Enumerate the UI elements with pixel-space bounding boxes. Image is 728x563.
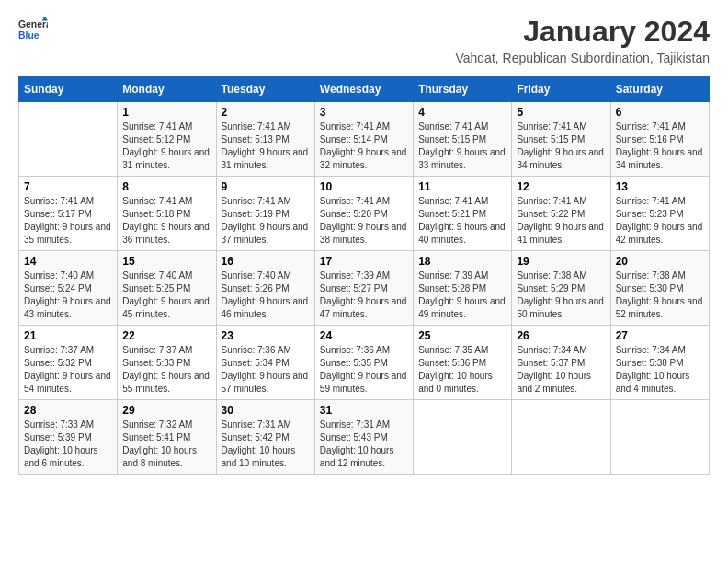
day-info: Sunrise: 7:41 AMSunset: 5:16 PMDaylight:… bbox=[616, 121, 704, 172]
month-title: January 2024 bbox=[455, 15, 710, 49]
col-sunday: Sunday bbox=[19, 77, 118, 102]
day-number: 9 bbox=[222, 180, 310, 193]
day-number: 14 bbox=[24, 255, 112, 268]
day-info: Sunrise: 7:31 AMSunset: 5:43 PMDaylight:… bbox=[320, 419, 408, 470]
day-number: 3 bbox=[320, 106, 408, 119]
calendar-cell: 29Sunrise: 7:32 AMSunset: 5:41 PMDayligh… bbox=[118, 400, 216, 475]
calendar-cell: 27Sunrise: 7:34 AMSunset: 5:38 PMDayligh… bbox=[610, 326, 709, 400]
calendar-cell: 11Sunrise: 7:41 AMSunset: 5:21 PMDayligh… bbox=[414, 177, 512, 251]
calendar-cell bbox=[610, 400, 709, 475]
calendar-week-row: 28Sunrise: 7:33 AMSunset: 5:39 PMDayligh… bbox=[19, 400, 710, 475]
calendar-cell: 30Sunrise: 7:31 AMSunset: 5:42 PMDayligh… bbox=[216, 400, 314, 475]
calendar-cell: 9Sunrise: 7:41 AMSunset: 5:19 PMDaylight… bbox=[216, 177, 314, 251]
day-info: Sunrise: 7:40 AMSunset: 5:24 PMDaylight:… bbox=[24, 270, 112, 321]
calendar-week-row: 7Sunrise: 7:41 AMSunset: 5:17 PMDaylight… bbox=[19, 177, 710, 251]
calendar-cell: 1Sunrise: 7:41 AMSunset: 5:12 PMDaylight… bbox=[118, 102, 216, 177]
day-number: 24 bbox=[320, 329, 408, 342]
day-info: Sunrise: 7:41 AMSunset: 5:22 PMDaylight:… bbox=[517, 195, 605, 247]
calendar-cell: 8Sunrise: 7:41 AMSunset: 5:18 PMDaylight… bbox=[118, 177, 216, 251]
calendar-cell: 21Sunrise: 7:37 AMSunset: 5:32 PMDayligh… bbox=[19, 326, 118, 400]
calendar-cell: 10Sunrise: 7:41 AMSunset: 5:20 PMDayligh… bbox=[314, 177, 413, 251]
day-info: Sunrise: 7:41 AMSunset: 5:12 PMDaylight:… bbox=[122, 121, 210, 172]
day-info: Sunrise: 7:37 AMSunset: 5:33 PMDaylight:… bbox=[122, 344, 210, 396]
day-number: 11 bbox=[418, 180, 506, 193]
day-number: 20 bbox=[616, 255, 704, 268]
day-info: Sunrise: 7:33 AMSunset: 5:39 PMDaylight:… bbox=[24, 419, 112, 470]
col-saturday: Saturday bbox=[610, 77, 709, 102]
calendar-cell: 24Sunrise: 7:36 AMSunset: 5:35 PMDayligh… bbox=[314, 326, 413, 400]
title-block: January 2024 Vahdat, Republican Subordin… bbox=[455, 15, 710, 65]
day-number: 25 bbox=[418, 329, 506, 342]
calendar-cell: 31Sunrise: 7:31 AMSunset: 5:43 PMDayligh… bbox=[314, 400, 413, 475]
day-number: 1 bbox=[122, 106, 210, 119]
day-number: 31 bbox=[320, 404, 408, 417]
calendar-cell: 14Sunrise: 7:40 AMSunset: 5:24 PMDayligh… bbox=[19, 251, 118, 326]
day-number: 8 bbox=[122, 180, 210, 193]
day-number: 23 bbox=[222, 329, 310, 342]
calendar-week-row: 14Sunrise: 7:40 AMSunset: 5:24 PMDayligh… bbox=[19, 251, 710, 326]
day-info: Sunrise: 7:34 AMSunset: 5:38 PMDaylight:… bbox=[616, 344, 704, 396]
day-number: 12 bbox=[517, 180, 605, 193]
svg-text:General: General bbox=[18, 19, 48, 29]
logo-icon: General Blue bbox=[18, 15, 48, 44]
day-info: Sunrise: 7:37 AMSunset: 5:32 PMDaylight:… bbox=[24, 344, 112, 396]
day-info: Sunrise: 7:41 AMSunset: 5:13 PMDaylight:… bbox=[222, 121, 310, 172]
day-info: Sunrise: 7:41 AMSunset: 5:19 PMDaylight:… bbox=[222, 195, 310, 247]
calendar-cell: 13Sunrise: 7:41 AMSunset: 5:23 PMDayligh… bbox=[610, 177, 709, 251]
day-info: Sunrise: 7:39 AMSunset: 5:27 PMDaylight:… bbox=[320, 270, 408, 321]
svg-text:Blue: Blue bbox=[18, 30, 40, 40]
day-info: Sunrise: 7:39 AMSunset: 5:28 PMDaylight:… bbox=[418, 270, 506, 321]
calendar-table: Sunday Monday Tuesday Wednesday Thursday… bbox=[18, 76, 710, 475]
day-number: 30 bbox=[222, 404, 310, 417]
logo: General Blue bbox=[18, 15, 48, 44]
day-info: Sunrise: 7:36 AMSunset: 5:34 PMDaylight:… bbox=[222, 344, 310, 396]
calendar-cell: 23Sunrise: 7:36 AMSunset: 5:34 PMDayligh… bbox=[216, 326, 314, 400]
col-wednesday: Wednesday bbox=[314, 77, 413, 102]
header-row: Sunday Monday Tuesday Wednesday Thursday… bbox=[19, 77, 710, 102]
calendar-cell bbox=[19, 102, 118, 177]
day-number: 28 bbox=[24, 404, 112, 417]
col-thursday: Thursday bbox=[414, 77, 512, 102]
day-number: 5 bbox=[517, 106, 605, 119]
day-info: Sunrise: 7:38 AMSunset: 5:30 PMDaylight:… bbox=[616, 270, 704, 321]
page-header: General Blue January 2024 Vahdat, Republ… bbox=[18, 15, 710, 65]
calendar-cell: 6Sunrise: 7:41 AMSunset: 5:16 PMDaylight… bbox=[610, 102, 709, 177]
day-info: Sunrise: 7:40 AMSunset: 5:25 PMDaylight:… bbox=[122, 270, 210, 321]
day-number: 17 bbox=[320, 255, 408, 268]
calendar-cell: 28Sunrise: 7:33 AMSunset: 5:39 PMDayligh… bbox=[19, 400, 118, 475]
day-number: 6 bbox=[616, 106, 704, 119]
day-info: Sunrise: 7:36 AMSunset: 5:35 PMDaylight:… bbox=[320, 344, 408, 396]
day-info: Sunrise: 7:41 AMSunset: 5:15 PMDaylight:… bbox=[517, 121, 605, 172]
calendar-cell: 17Sunrise: 7:39 AMSunset: 5:27 PMDayligh… bbox=[314, 251, 413, 326]
day-number: 2 bbox=[222, 106, 310, 119]
calendar-cell: 7Sunrise: 7:41 AMSunset: 5:17 PMDaylight… bbox=[19, 177, 118, 251]
col-friday: Friday bbox=[512, 77, 610, 102]
day-number: 27 bbox=[616, 329, 704, 342]
calendar-cell: 19Sunrise: 7:38 AMSunset: 5:29 PMDayligh… bbox=[512, 251, 610, 326]
day-info: Sunrise: 7:38 AMSunset: 5:29 PMDaylight:… bbox=[517, 270, 605, 321]
calendar-cell: 2Sunrise: 7:41 AMSunset: 5:13 PMDaylight… bbox=[216, 102, 314, 177]
calendar-cell: 22Sunrise: 7:37 AMSunset: 5:33 PMDayligh… bbox=[118, 326, 216, 400]
calendar-cell: 16Sunrise: 7:40 AMSunset: 5:26 PMDayligh… bbox=[216, 251, 314, 326]
day-info: Sunrise: 7:32 AMSunset: 5:41 PMDaylight:… bbox=[122, 419, 210, 470]
calendar-cell: 12Sunrise: 7:41 AMSunset: 5:22 PMDayligh… bbox=[512, 177, 610, 251]
day-info: Sunrise: 7:41 AMSunset: 5:23 PMDaylight:… bbox=[616, 195, 704, 247]
day-info: Sunrise: 7:40 AMSunset: 5:26 PMDaylight:… bbox=[222, 270, 310, 321]
calendar-week-row: 1Sunrise: 7:41 AMSunset: 5:12 PMDaylight… bbox=[19, 102, 710, 177]
calendar-cell: 18Sunrise: 7:39 AMSunset: 5:28 PMDayligh… bbox=[414, 251, 512, 326]
day-info: Sunrise: 7:41 AMSunset: 5:18 PMDaylight:… bbox=[122, 195, 210, 247]
calendar-cell: 4Sunrise: 7:41 AMSunset: 5:15 PMDaylight… bbox=[414, 102, 512, 177]
day-number: 29 bbox=[122, 404, 210, 417]
day-number: 7 bbox=[24, 180, 112, 193]
day-info: Sunrise: 7:41 AMSunset: 5:15 PMDaylight:… bbox=[418, 121, 506, 172]
day-number: 19 bbox=[517, 255, 605, 268]
calendar-week-row: 21Sunrise: 7:37 AMSunset: 5:32 PMDayligh… bbox=[19, 326, 710, 400]
day-info: Sunrise: 7:41 AMSunset: 5:21 PMDaylight:… bbox=[418, 195, 506, 247]
day-number: 21 bbox=[24, 329, 112, 342]
day-info: Sunrise: 7:31 AMSunset: 5:42 PMDaylight:… bbox=[222, 419, 310, 470]
calendar-cell: 3Sunrise: 7:41 AMSunset: 5:14 PMDaylight… bbox=[314, 102, 413, 177]
day-info: Sunrise: 7:41 AMSunset: 5:20 PMDaylight:… bbox=[320, 195, 408, 247]
calendar-cell: 5Sunrise: 7:41 AMSunset: 5:15 PMDaylight… bbox=[512, 102, 610, 177]
day-number: 22 bbox=[122, 329, 210, 342]
day-number: 13 bbox=[616, 180, 704, 193]
